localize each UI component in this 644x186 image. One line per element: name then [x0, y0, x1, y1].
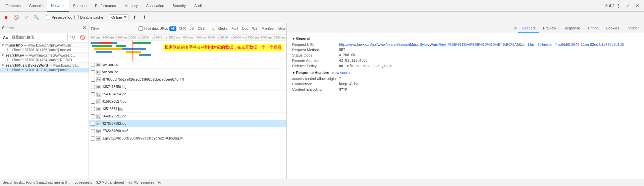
online-select[interactable]: Online — [109, 14, 129, 20]
filter-indicator: Fi — [158, 181, 161, 184]
file-list-area: Hide data URLs All XHR JS CSS Img Media … — [89, 23, 287, 179]
group-searchmusic-url: — www.kuwo.cn/a... — [49, 64, 79, 67]
tab-preview[interactable]: Preview — [540, 23, 559, 33]
import-icon[interactable]: ⬆ — [131, 13, 139, 21]
tab-timing[interactable]: Timing — [584, 23, 602, 33]
file-item-5[interactable]: jpg 4156270827.jpg — [89, 98, 286, 105]
filter-ws[interactable]: WS — [251, 26, 259, 31]
detail-close-button[interactable]: ✕ — [514, 25, 518, 31]
file-checkbox-6[interactable] — [91, 107, 95, 111]
group-musicinfo-header[interactable]: ▼ musicInfo — www.kuwo.cn/api/www/music.… — [0, 42, 89, 48]
file-icon-3: jpg — [96, 85, 101, 89]
detail-panel: ✕ Headers Preview Response Timing Cookie… — [287, 23, 644, 179]
file-checkbox-0[interactable] — [91, 63, 95, 67]
tab-performance[interactable]: Performance — [91, 0, 120, 12]
group-searchmusic-header[interactable]: ▼ searchMusicBykeyWord — www.kuwo.cn/a..… — [0, 63, 89, 68]
tab-console[interactable]: Console — [25, 0, 47, 12]
more-options-icon[interactable]: ⋮ — [614, 2, 623, 10]
response-header-key-0: access-control-allow-origin: — [292, 77, 339, 81]
tab-response[interactable]: Response — [560, 23, 584, 33]
filter-doc[interactable]: Doc — [240, 26, 250, 31]
tab-network[interactable]: Network — [47, 0, 69, 12]
file-item-3[interactable]: jpg 1387478456.jpg — [89, 83, 286, 91]
search-text-input[interactable] — [10, 34, 68, 41]
search-close-button[interactable]: ✕ — [83, 25, 87, 30]
warning-icon[interactable]: ⚠ 42 — [605, 2, 613, 10]
group-searchkey-header[interactable]: ▼ searchKey — www.kuwo.cn/api/www/searc.… — [0, 53, 89, 58]
record-button[interactable]: ⏺ — [2, 13, 10, 21]
file-checkbox-2[interactable] — [91, 78, 95, 82]
search-button[interactable]: 🔍 — [32, 13, 40, 21]
filter-font[interactable]: Font — [230, 26, 240, 31]
timeline-area: 500 ms 1000 ms 1500 ms 2000 ms 2500 ms 3… — [89, 34, 286, 61]
hide-data-checkbox[interactable]: Hide data URLs — [139, 26, 168, 31]
filter-input[interactable] — [91, 27, 137, 31]
tab-cookies[interactable]: Cookies — [602, 23, 623, 33]
export-icon[interactable]: ⬇ — [141, 13, 149, 21]
tab-elements[interactable]: Elements — [1, 0, 25, 12]
group-searchkey-item[interactable]: 1 ...rTime":1577081014754,"data":["RELWO… — [0, 58, 89, 62]
general-section-title[interactable]: General — [292, 36, 639, 40]
file-checkbox-8[interactable] — [91, 122, 95, 126]
group-musicinfo-item[interactable]: 1 ...rTime":1577081014766,"data":{"music… — [0, 48, 89, 52]
disable-cache-checkbox[interactable]: Disable cache — [74, 15, 103, 19]
clear-search-button[interactable]: 🚫 — [78, 33, 87, 41]
filter-xhr[interactable]: XHR — [177, 26, 187, 31]
status-text: Search finish... Found 3 matching lines … — [3, 181, 70, 184]
file-item-1[interactable]: ico favicon.ico — [89, 69, 286, 76]
file-checkbox-4[interactable] — [91, 92, 95, 96]
filter-all[interactable]: All — [169, 26, 176, 31]
undock-icon[interactable]: ⤢ — [624, 2, 632, 10]
tab-memory[interactable]: Memory — [120, 0, 142, 12]
ruler-mark-8: 4500 ms — [194, 34, 207, 40]
referrer-policy-row: Referrer Policy: no-referrer-when-downgr… — [292, 64, 639, 68]
file-checkbox-3[interactable] — [91, 85, 95, 89]
preserve-log-checkbox[interactable]: Preserve log — [46, 15, 72, 19]
file-item-7[interactable]: jpg 3648126291.jpg — [89, 113, 286, 120]
request-url-key: Request URL: — [292, 42, 339, 46]
file-checkbox-1[interactable] — [91, 70, 95, 74]
filter-js[interactable]: JS — [188, 26, 196, 31]
file-item-0[interactable]: ico favicon.ico — [89, 61, 286, 69]
hide-data-input[interactable] — [139, 26, 143, 31]
devtools-window: Elements Console Network Sources Perform… — [0, 0, 644, 186]
clear-button[interactable]: 🚫 — [12, 13, 20, 21]
file-checkbox-7[interactable] — [91, 114, 95, 118]
filter-manifest[interactable]: Manifest — [260, 26, 276, 31]
tab-sources[interactable]: Sources — [69, 0, 91, 12]
filter-button[interactable]: ▽ — [22, 13, 30, 21]
file-item-10[interactable]: gif 1.gif?q21=bc55cfc95c30e99d33cb2b7e2c… — [89, 135, 286, 142]
file-item-6[interactable]: jpg 13515874.jpg — [89, 105, 286, 113]
filter-img[interactable]: Img — [207, 26, 216, 31]
close-icon[interactable]: ✕ — [633, 2, 641, 10]
file-checkbox-10[interactable] — [91, 136, 95, 141]
file-item-9[interactable]: mp3 2765484690.mp3 — [89, 127, 286, 135]
detail-tabs: ✕ Headers Preview Response Timing Cookie… — [287, 23, 644, 33]
tab-audits[interactable]: Audits — [190, 0, 209, 12]
view-source-link[interactable]: view source — [332, 71, 351, 75]
file-checkbox-9[interactable] — [91, 129, 95, 133]
status-code-row: Status Code: 200 OK — [292, 53, 639, 57]
request-url-value[interactable]: http://www.kuwo.cn/api/www/search/search… — [339, 42, 639, 46]
group-searchmusic-item[interactable]: 1 ...rTime":1577081015016,"data":{"total… — [0, 68, 89, 72]
file-item-4[interactable]: jpg 3540704654.jpg — [89, 91, 286, 98]
filter-media[interactable]: Media — [217, 26, 229, 31]
response-headers-title[interactable]: Response Headers — [292, 71, 329, 75]
file-item-8[interactable]: jpg 4276557883.jpg — [89, 120, 286, 127]
file-icon-1: ico — [96, 70, 101, 75]
tab-headers[interactable]: Headers — [518, 23, 539, 33]
remote-address-row: Remote Address: 42.81.123.4:80 — [292, 59, 639, 63]
file-icon-6: jpg — [96, 107, 101, 111]
file-item-2[interactable]: img 4f768883f75b17a426c95b93692d98bec7d3… — [89, 76, 286, 83]
file-checkbox-5[interactable] — [91, 100, 95, 104]
ruler-mark-11: 6000 ms — [234, 34, 247, 40]
tab-application[interactable]: Application — [142, 0, 169, 12]
preserve-log-label: Preserve log — [52, 15, 72, 19]
tab-initiator[interactable]: Initiator — [623, 23, 642, 33]
ruler-mark-4: 2500 ms — [142, 34, 155, 40]
preserve-log-input[interactable] — [46, 15, 50, 19]
disable-cache-input[interactable] — [74, 15, 79, 19]
filter-css[interactable]: CSS — [196, 26, 207, 31]
aa-button[interactable]: Aa — [2, 35, 9, 40]
tab-security[interactable]: Security — [168, 0, 190, 12]
